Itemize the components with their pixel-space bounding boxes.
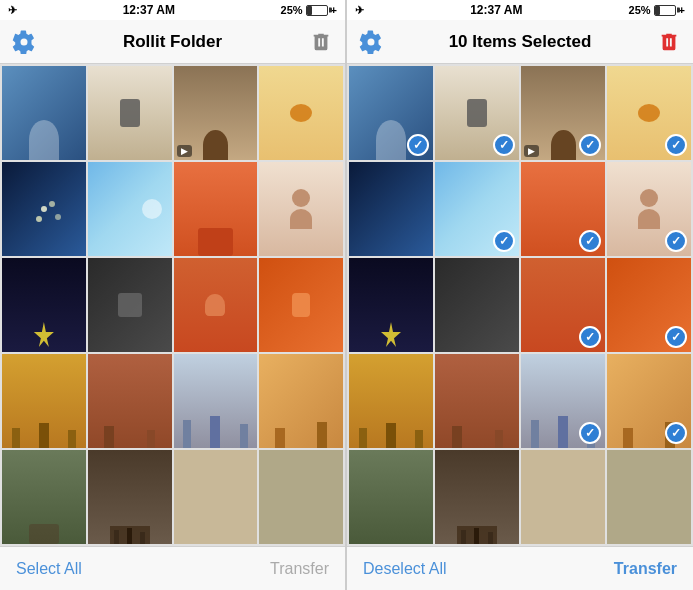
airplane-icon-right: ✈ — [355, 4, 364, 17]
deselect-all-button[interactable]: Deselect All — [363, 560, 447, 578]
photo-cell-r8[interactable]: ✓ — [607, 162, 691, 256]
photo-cell-12[interactable] — [259, 258, 343, 352]
video-badge-r3: ▶ — [524, 145, 539, 157]
photo-cell-8[interactable] — [259, 162, 343, 256]
status-time-left: 12:37 AM — [123, 3, 175, 17]
photo-cell-r20[interactable] — [607, 450, 691, 544]
nav-bar-right: 10 Items Selected — [347, 20, 693, 64]
photo-grid-right: ✓ ✓ ▶ ✓ ✓ ✓ — [347, 64, 693, 546]
airplane-icon: ✈ — [8, 4, 17, 17]
check-r3: ✓ — [579, 134, 601, 156]
bottom-bar-left: Select All Transfer — [0, 546, 345, 590]
photo-cell-10[interactable] — [88, 258, 172, 352]
right-panel: ✈ 12:37 AM 25% + 10 Items Selected — [347, 0, 693, 590]
photo-cell-18[interactable] — [88, 450, 172, 544]
photo-cell-19[interactable] — [174, 450, 258, 544]
photo-cell-r10[interactable] — [435, 258, 519, 352]
check-r7: ✓ — [579, 230, 601, 252]
battery-fill-left — [307, 6, 312, 15]
check-r15: ✓ — [579, 422, 601, 444]
photo-cell-r16[interactable]: ✓ — [607, 354, 691, 448]
photo-cell-r18[interactable] — [435, 450, 519, 544]
photo-cell-r19[interactable] — [521, 450, 605, 544]
photo-cell-13[interactable] — [2, 354, 86, 448]
photo-cell-1[interactable] — [2, 66, 86, 160]
photo-cell-20[interactable] — [259, 450, 343, 544]
status-left-icons-right: ✈ — [355, 4, 364, 17]
photo-cell-11[interactable] — [174, 258, 258, 352]
photo-cell-r11[interactable]: ✓ — [521, 258, 605, 352]
photo-cell-14[interactable] — [88, 354, 172, 448]
battery-fill-right — [655, 6, 660, 15]
photo-cell-7[interactable] — [174, 162, 258, 256]
left-panel: ✈ 12:37 AM 25% + Rollit Folder — [0, 0, 346, 590]
battery-pct-right: 25% — [629, 4, 651, 16]
check-r11: ✓ — [579, 326, 601, 348]
photo-cell-9[interactable] — [2, 258, 86, 352]
photo-cell-6[interactable] — [88, 162, 172, 256]
status-time-right: 12:37 AM — [470, 3, 522, 17]
status-bar-left: ✈ 12:37 AM 25% + — [0, 0, 345, 20]
check-r4: ✓ — [665, 134, 687, 156]
status-left-icons: ✈ — [8, 4, 17, 17]
photo-cell-r1[interactable]: ✓ — [349, 66, 433, 160]
photo-cell-r4[interactable]: ✓ — [607, 66, 691, 160]
photo-cell-17[interactable] — [2, 450, 86, 544]
photo-cell-r3[interactable]: ▶ ✓ — [521, 66, 605, 160]
check-r2: ✓ — [493, 134, 515, 156]
photo-cell-r2[interactable]: ✓ — [435, 66, 519, 160]
photo-cell-r13[interactable] — [349, 354, 433, 448]
photo-cell-2[interactable] — [88, 66, 172, 160]
photo-cell-r7[interactable]: ✓ — [521, 162, 605, 256]
photo-cell-r15[interactable]: ✓ — [521, 354, 605, 448]
gear-icon-left[interactable] — [10, 28, 38, 56]
photo-cell-16[interactable] — [259, 354, 343, 448]
select-all-button[interactable]: Select All — [16, 560, 82, 578]
battery-icon-right — [654, 5, 676, 16]
nav-title-left: Rollit Folder — [123, 32, 222, 52]
photo-cell-r9[interactable] — [349, 258, 433, 352]
check-r12: ✓ — [665, 326, 687, 348]
photo-cell-r12[interactable]: ✓ — [607, 258, 691, 352]
check-r16: ✓ — [665, 422, 687, 444]
trash-icon-right[interactable] — [655, 28, 683, 56]
photo-cell-r6[interactable]: ✓ — [435, 162, 519, 256]
trash-icon-left[interactable] — [307, 28, 335, 56]
battery-icon-left — [306, 5, 328, 16]
video-badge-3: ▶ — [177, 145, 192, 157]
photo-cell-3[interactable]: ▶ — [174, 66, 258, 160]
status-bar-right: ✈ 12:37 AM 25% + — [347, 0, 693, 20]
battery-pct-left: 25% — [281, 4, 303, 16]
nav-title-right: 10 Items Selected — [449, 32, 592, 52]
nav-bar-left: Rollit Folder — [0, 20, 345, 64]
gear-icon-right[interactable] — [357, 28, 385, 56]
bottom-bar-right: Deselect All Transfer — [347, 546, 693, 590]
photo-cell-15[interactable] — [174, 354, 258, 448]
photo-cell-r14[interactable] — [435, 354, 519, 448]
check-r8: ✓ — [665, 230, 687, 252]
check-r1: ✓ — [407, 134, 429, 156]
transfer-button-left: Transfer — [270, 560, 329, 578]
photo-cell-4[interactable] — [259, 66, 343, 160]
status-right-right: 25% + — [629, 4, 685, 16]
status-right-left: 25% + — [281, 4, 337, 16]
photo-cell-r5[interactable] — [349, 162, 433, 256]
photo-cell-r17[interactable] — [349, 450, 433, 544]
photo-cell-5[interactable] — [2, 162, 86, 256]
photo-grid-left: ▶ — [0, 64, 345, 546]
check-r6: ✓ — [493, 230, 515, 252]
transfer-button-right[interactable]: Transfer — [614, 560, 677, 578]
